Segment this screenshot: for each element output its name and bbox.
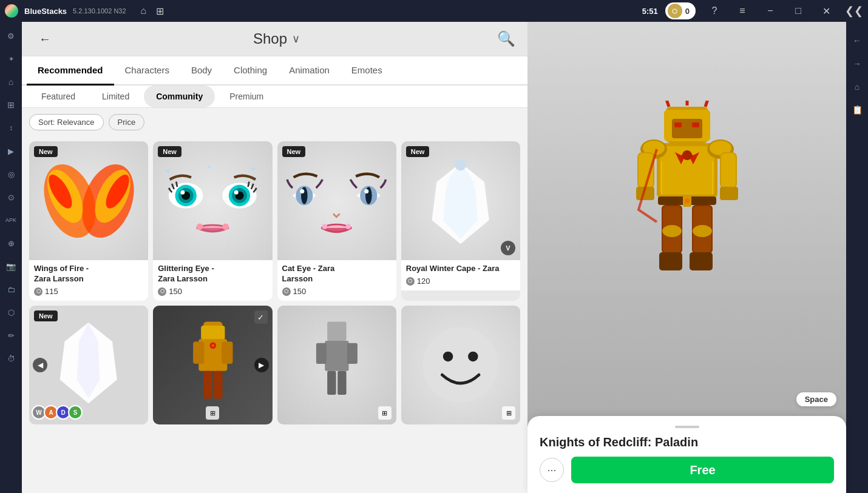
svg-rect-41	[325, 341, 348, 371]
item-thumb-roblox: ⊞	[277, 306, 396, 424]
tab-animation[interactable]: Animation	[278, 56, 341, 86]
sidebar-icon-play[interactable]: ▶	[2, 142, 20, 160]
right-icon-apps[interactable]: 📋	[848, 101, 866, 119]
titlebar-right: 5:51 ⬡ 0 ? ≡ − □ ✕ ❮❮	[642, 0, 868, 22]
right-icon-home[interactable]: ⌂	[848, 78, 866, 96]
sidebar-icon-ring[interactable]: ⊙	[2, 188, 20, 206]
sidebar-icon-apk[interactable]: APK	[2, 211, 20, 229]
tab-clothing[interactable]: Clothing	[223, 56, 278, 86]
item-badge-cape: New	[406, 146, 430, 157]
more-icon: ···	[547, 464, 556, 477]
svg-point-10	[180, 190, 185, 194]
svg-point-46	[423, 327, 498, 403]
item-badge-eyes: New	[158, 146, 181, 157]
item-detail-panel: Knights of Redcliff: Paladin ··· Free	[527, 416, 846, 493]
sidebar-icon-download[interactable]: ⊕	[2, 234, 20, 252]
robux-icon-2: ⬡	[158, 287, 166, 296]
sort-price-button[interactable]: Price	[109, 114, 145, 130]
search-icon[interactable]: 🔍	[497, 30, 515, 47]
item-card-eyes[interactable]: New	[153, 141, 272, 301]
menu-button[interactable]: ≡	[728, 0, 756, 22]
item-info-cape: Royal Winter Cape - Zara ⬡ 120	[401, 260, 520, 290]
sidebar-icon-settings[interactable]: ⚙	[2, 27, 20, 45]
copy-icon-roblox[interactable]: ⊞	[378, 406, 392, 420]
subtab-limited[interactable]: Limited	[90, 86, 141, 107]
help-button[interactable]: ?	[700, 0, 728, 22]
right-icon-2[interactable]: →	[848, 55, 866, 73]
svg-rect-35	[222, 341, 232, 364]
subtab-community[interactable]: Community	[144, 86, 215, 107]
back-button[interactable]: ←	[34, 28, 56, 50]
svg-point-47	[443, 352, 453, 361]
item-card-paladin[interactable]: ✓	[153, 306, 272, 424]
cateye-image	[283, 147, 390, 255]
sidebar-icon-resize[interactable]: ↕	[2, 119, 20, 137]
nav-arrow-left[interactable]: ◀	[33, 358, 47, 372]
item-detail-actions: ··· Free	[540, 457, 834, 483]
sidebar-icon-edit[interactable]: ✏	[2, 326, 20, 344]
back-nav-icon[interactable]: ❮❮	[840, 0, 868, 22]
buy-button[interactable]: Free	[571, 457, 834, 483]
maximize-button[interactable]: □	[784, 0, 812, 22]
minimize-button[interactable]: −	[756, 0, 784, 22]
item-thumb-eyes: New	[153, 141, 272, 260]
sidebar-icon-folder[interactable]: 🗀	[2, 280, 20, 298]
subtab-featured[interactable]: Featured	[29, 86, 87, 107]
price-cape: 120	[417, 277, 430, 286]
tab-recommended[interactable]: Recommended	[27, 56, 114, 86]
item-card-cateye[interactable]: New	[277, 141, 396, 301]
svg-point-28	[346, 224, 351, 229]
item-card-roblox[interactable]: ⊞	[277, 306, 396, 424]
svg-rect-44	[327, 371, 336, 394]
sub-tabs: Featured Limited Community Premium	[22, 86, 527, 108]
item-name-wings: Wings of Fire -Zara Larsson	[34, 264, 143, 284]
sidebar-icon-home[interactable]: ⌂	[2, 73, 20, 91]
check-mark: ✓	[254, 310, 268, 324]
svg-rect-56	[692, 122, 699, 127]
svg-point-72	[685, 198, 690, 203]
item-thumb-hood: New W A D S ◀	[29, 306, 148, 424]
sort-relevance-button[interactable]: Sort: Relevance	[29, 114, 104, 130]
subtab-premium[interactable]: Premium	[217, 86, 276, 107]
item-card-wings[interactable]: New Wings of Fire -Zara Larsson	[29, 141, 148, 301]
sidebar-icon-circle[interactable]: ◎	[2, 165, 20, 183]
item-badge-wings: New	[34, 146, 58, 157]
bs-right-icons: ← → ⌂ 📋	[848, 27, 866, 124]
character-3d	[620, 104, 754, 334]
copy-icon-smiley[interactable]: ⊞	[502, 406, 515, 420]
item-card-smiley[interactable]: ⊞	[401, 306, 520, 424]
item-card-cape[interactable]: New V Ro	[401, 141, 520, 301]
shop-panel: ← Shop ∨ 🔍 Recommended Characters Body C…	[22, 22, 527, 493]
svg-point-29	[455, 159, 466, 170]
multi-window-icon[interactable]: ⊞	[156, 5, 164, 17]
sidebar-icon-layers[interactable]: ⬡	[2, 303, 20, 321]
brand-version: 5.2.130.1002 N32	[73, 7, 126, 15]
item-info-cateye: Cat Eye - ZaraLarsson ⬡ 150	[277, 260, 396, 301]
close-button[interactable]: ✕	[812, 0, 840, 22]
more-options-button[interactable]: ···	[540, 458, 564, 482]
svg-rect-55	[674, 122, 682, 127]
svg-point-16	[197, 223, 203, 230]
right-icon-1[interactable]: ←	[848, 32, 866, 50]
nav-arrow-right-paladin[interactable]: ▶	[254, 358, 269, 372]
item-name-cateye: Cat Eye - ZaraLarsson	[282, 264, 392, 284]
tab-characters[interactable]: Characters	[114, 56, 180, 86]
tab-body[interactable]: Body	[180, 56, 223, 86]
item-info-wings: Wings of Fire -Zara Larsson ⬡ 115	[29, 260, 148, 301]
item-card-hood[interactable]: New W A D S ◀	[29, 306, 148, 424]
hood-image	[47, 318, 130, 413]
right-sidebar: ← → ⌂ 📋	[846, 22, 868, 493]
sidebar-icon-grid[interactable]: ⊞	[2, 96, 20, 114]
buy-label: Free	[690, 463, 715, 477]
shop-dropdown-icon[interactable]: ∨	[292, 32, 300, 45]
home-icon[interactable]: ⌂	[141, 5, 147, 16]
main-layout: ⚙ ✶ ⌂ ⊞ ↕ ▶ ◎ ⊙ APK ⊕ 📷 🗀 ⬡ ✏ ⏱ ← Shop ∨…	[0, 22, 868, 493]
tab-emotes[interactable]: Emotes	[341, 56, 393, 86]
copy-icon-paladin[interactable]: ⊞	[206, 406, 219, 420]
svg-text:✦: ✦	[164, 166, 172, 176]
sidebar-icon-camera[interactable]: 📷	[2, 257, 20, 275]
sidebar-icon-gear2[interactable]: ✶	[2, 50, 20, 68]
sidebar-icon-timer[interactable]: ⏱	[2, 349, 20, 367]
svg-line-54	[705, 101, 708, 107]
app-content: ← Shop ∨ 🔍 Recommended Characters Body C…	[22, 22, 846, 493]
